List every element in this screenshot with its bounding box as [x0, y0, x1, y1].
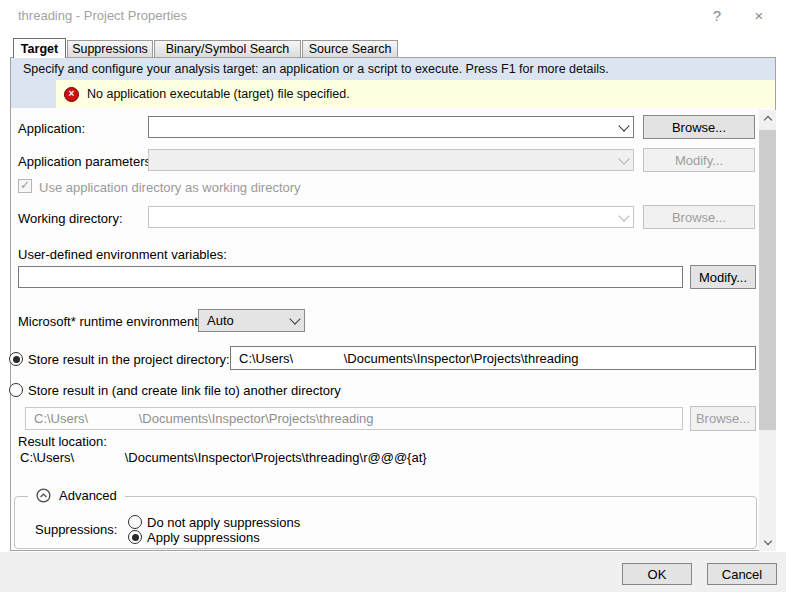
runtime-env-combobox[interactable]: Auto [198, 309, 305, 332]
result-location-label: Result location: [18, 434, 107, 449]
suppressions-do-not-apply-label: Do not apply suppressions [147, 515, 300, 530]
application-browse-button[interactable]: Browse... [643, 115, 755, 139]
working-directory-browse-button: Browse... [643, 205, 755, 229]
store-project-label: Store result in the project directory: [28, 352, 230, 367]
help-icon: ? [713, 7, 721, 24]
store-project-path-field[interactable]: C:\Users\ \Documents\Inspector\Projects\… [230, 346, 756, 370]
runtime-env-label: Microsoft* runtime environment: [18, 314, 202, 329]
close-icon: × [755, 7, 764, 24]
store-other-path-field: C:\Users\ \Documents\Inspector\Projects\… [25, 407, 683, 430]
application-parameters-combobox [148, 149, 634, 171]
suppressions-apply-label: Apply suppressions [147, 530, 260, 545]
store-other-browse-button: Browse... [690, 406, 756, 431]
chevron-down-icon [614, 207, 633, 227]
help-button[interactable]: ? [702, 4, 732, 26]
check-icon: ✓ [20, 179, 30, 191]
suppressions-radio-do-not-apply[interactable] [128, 515, 142, 529]
use-app-dir-checkbox: ✓ [18, 179, 32, 193]
info-bar: Specify and configure your analysis targ… [11, 58, 775, 80]
scroll-down-button[interactable] [759, 534, 776, 551]
close-button[interactable]: × [744, 4, 774, 26]
collapse-icon[interactable] [36, 488, 51, 503]
advanced-label: Advanced [59, 488, 117, 503]
chevron-down-icon[interactable] [285, 310, 304, 331]
info-bar-left [11, 80, 56, 108]
env-vars-label: User-defined environment variables: [18, 247, 227, 262]
env-vars-field[interactable] [18, 266, 683, 288]
scroll-up-button[interactable] [759, 110, 776, 127]
suppressions-label: Suppressions: [35, 522, 117, 537]
warning-text: No application executable (target) file … [87, 87, 350, 101]
store-other-label: Store result in (and create link file to… [28, 383, 341, 398]
vertical-scrollbar[interactable] [759, 110, 776, 551]
env-vars-modify-button[interactable]: Modify... [690, 265, 756, 289]
application-parameters-modify-button: Modify... [643, 148, 755, 172]
chevron-up-icon [763, 116, 771, 124]
info-text: Specify and configure your analysis targ… [23, 62, 609, 76]
error-icon: × [64, 87, 79, 102]
application-parameters-label: Application parameters: [18, 154, 155, 169]
suppressions-radio-apply[interactable] [128, 530, 142, 544]
application-label: Application: [18, 121, 85, 136]
chevron-down-icon [763, 537, 771, 545]
tab-suppressions[interactable]: Suppressions [67, 40, 153, 57]
advanced-group [14, 496, 757, 549]
cancel-button[interactable]: Cancel [707, 563, 777, 585]
window-title: threading - Project Properties [18, 8, 187, 23]
title-bar: threading - Project Properties ? × [0, 0, 786, 30]
tab-binary-symbol-search[interactable]: Binary/Symbol Search [154, 40, 301, 57]
working-directory-combobox [148, 206, 634, 228]
ok-button[interactable]: OK [622, 563, 692, 585]
result-location-path: C:\Users\ \Documents\Inspector\Projects\… [20, 450, 427, 465]
advanced-toggle[interactable]: Advanced [28, 488, 125, 503]
store-other-radio[interactable] [9, 383, 23, 397]
project-properties-dialog: threading - Project Properties ? × Targe… [0, 0, 786, 592]
warning-bar: × No application executable (target) fil… [56, 80, 775, 108]
chevron-down-icon[interactable] [614, 117, 633, 137]
store-project-radio[interactable] [9, 352, 23, 366]
tab-target[interactable]: Target [13, 38, 66, 58]
footer-bar: OK Cancel [0, 552, 786, 592]
scrollbar-thumb[interactable] [759, 130, 776, 430]
chevron-down-icon [614, 150, 633, 170]
working-directory-label: Working directory: [18, 211, 123, 226]
tab-source-search[interactable]: Source Search [302, 40, 398, 57]
use-app-dir-label: Use application directory as working dir… [39, 180, 301, 195]
runtime-env-value: Auto [207, 310, 234, 331]
application-combobox[interactable] [148, 116, 634, 138]
